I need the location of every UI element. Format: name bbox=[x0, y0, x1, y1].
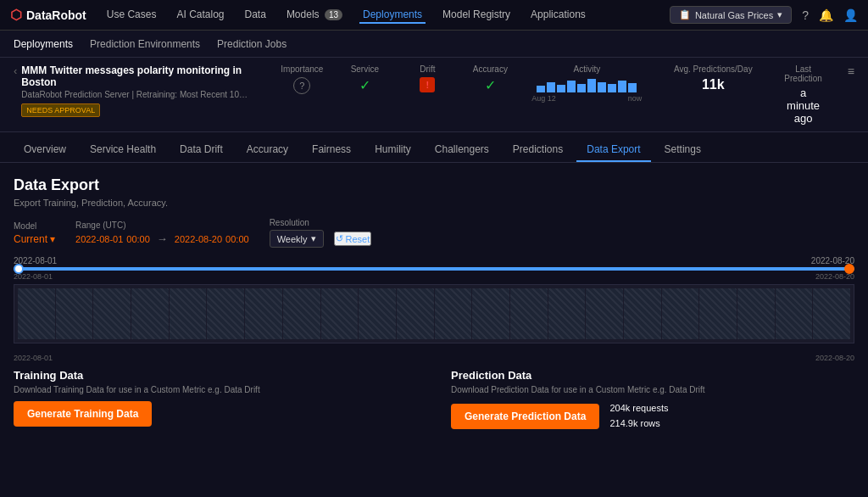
nav-ai-catalog[interactable]: AI Catalog bbox=[173, 7, 227, 24]
sub-nav-deployments[interactable]: Deployments bbox=[14, 38, 73, 50]
range-end-time[interactable]: 00:00 bbox=[225, 234, 249, 244]
accuracy-metric: Accuracy ✓ bbox=[469, 64, 511, 93]
chart-dates: 2022-08-01 2022-08-20 bbox=[14, 354, 854, 362]
training-data-desc: Download Training Data for use in a Cust… bbox=[14, 385, 417, 394]
download-sections: Training Data Download Training Data for… bbox=[14, 369, 854, 431]
chart-bar bbox=[586, 288, 623, 339]
metrics-section: Importance ? Service ✓ Drift ! Accuracy … bbox=[281, 64, 822, 125]
chart-bar bbox=[56, 288, 93, 339]
slider-dates: 2022-08-01 2022-08-20 bbox=[14, 272, 854, 281]
tab-service-health[interactable]: Service Health bbox=[80, 138, 166, 162]
activity-bars bbox=[531, 77, 642, 92]
main-content: Data Export Export Training, Prediction,… bbox=[0, 163, 868, 497]
slider-thumb-right[interactable] bbox=[844, 264, 854, 274]
range-end[interactable]: 2022-08-20 bbox=[175, 234, 222, 244]
tab-accuracy[interactable]: Accuracy bbox=[236, 138, 298, 162]
slider-section: 2022-08-01 2022-08-20 2022-08-01 2022-08… bbox=[14, 256, 854, 281]
chart-bar bbox=[207, 288, 244, 339]
logo-text: DataRobot bbox=[26, 8, 86, 22]
activity-bar bbox=[547, 82, 555, 92]
activity-bar bbox=[567, 81, 576, 92]
bell-icon[interactable]: 🔔 bbox=[819, 8, 833, 22]
importance-metric: Importance ? bbox=[281, 64, 323, 94]
back-arrow[interactable]: ‹ bbox=[14, 64, 17, 77]
nav-deployments[interactable]: Deployments bbox=[359, 7, 426, 24]
accuracy-icon: ✓ bbox=[469, 77, 511, 93]
chart-bar bbox=[359, 288, 396, 339]
range-arrow-icon: → bbox=[157, 232, 168, 245]
avg-predictions-section: Avg. Predictions/Day 11k bbox=[662, 64, 764, 92]
needs-approval-badge[interactable]: NEEDS APPROVAL bbox=[21, 103, 100, 117]
help-icon[interactable]: ? bbox=[802, 8, 809, 22]
chart-bar bbox=[737, 288, 775, 339]
last-prediction-section: Last Prediction a minute ago bbox=[784, 64, 822, 125]
activity-bar bbox=[537, 86, 545, 92]
slider-thumb-left[interactable] bbox=[14, 264, 24, 274]
activity-bar bbox=[598, 82, 606, 92]
tab-settings[interactable]: Settings bbox=[654, 138, 711, 162]
reset-button[interactable]: ↺ Reset bbox=[334, 232, 372, 246]
chart-bar bbox=[813, 288, 850, 339]
sub-navbar: Deployments Prediction Environments Pred… bbox=[0, 31, 868, 58]
training-data-title: Training Data bbox=[14, 369, 417, 382]
deployment-header: ‹ MMM Twitter messages polarity monitori… bbox=[0, 58, 868, 132]
slider-fill bbox=[14, 267, 854, 271]
page-title: Data Export bbox=[14, 176, 854, 194]
chart-bar bbox=[93, 288, 131, 339]
resolution-selector[interactable]: Weekly ▾ bbox=[270, 230, 324, 248]
tab-data-drift[interactable]: Data Drift bbox=[170, 138, 233, 162]
activity-bar bbox=[608, 84, 616, 92]
range-start-time[interactable]: 00:00 bbox=[126, 234, 150, 244]
chart-bar bbox=[18, 288, 55, 339]
logo: ⬡ DataRobot bbox=[10, 7, 86, 23]
controls-row: Model Current ▾ Range (UTC) 2022-08-01 0… bbox=[14, 218, 854, 248]
chart-bar bbox=[624, 288, 661, 339]
prediction-stats: 204k requests 214.9k rows bbox=[609, 401, 668, 431]
model-selector[interactable]: Current ▾ bbox=[14, 233, 55, 245]
range-control: Range (UTC) 2022-08-01 00:00 → 2022-08-2… bbox=[75, 221, 249, 245]
drift-label: Drift bbox=[406, 64, 448, 74]
deployment-title-section: MMM Twitter messages polarity monitoring… bbox=[21, 64, 259, 117]
model-chevron-icon: ▾ bbox=[50, 233, 55, 245]
chart-bar bbox=[131, 288, 169, 339]
tab-predictions[interactable]: Predictions bbox=[503, 138, 573, 162]
activity-bar bbox=[618, 81, 626, 92]
last-prediction-label: Last Prediction bbox=[784, 64, 822, 83]
accuracy-label: Accuracy bbox=[469, 64, 511, 74]
nav-data[interactable]: Data bbox=[242, 7, 270, 24]
activity-bar bbox=[628, 83, 637, 92]
tab-fairness[interactable]: Fairness bbox=[302, 138, 361, 162]
menu-dots-icon[interactable]: ≡ bbox=[848, 64, 854, 78]
range-start[interactable]: 2022-08-01 bbox=[75, 234, 123, 244]
tab-data-export[interactable]: Data Export bbox=[576, 138, 650, 162]
nav-applications[interactable]: Applications bbox=[527, 7, 589, 24]
chart-bar bbox=[397, 288, 434, 339]
nav-use-cases[interactable]: Use Cases bbox=[103, 7, 160, 24]
avg-predictions-value: 11k bbox=[662, 77, 764, 92]
generate-training-button[interactable]: Generate Training Data bbox=[14, 401, 152, 427]
chart-bar bbox=[472, 288, 509, 339]
chart-bar bbox=[435, 288, 472, 339]
slider-track[interactable] bbox=[14, 267, 854, 271]
tab-challengers[interactable]: Challengers bbox=[425, 138, 499, 162]
tab-overview[interactable]: Overview bbox=[14, 138, 76, 162]
logo-icon: ⬡ bbox=[10, 7, 22, 23]
chart-bar bbox=[245, 288, 282, 339]
range-label: Range (UTC) bbox=[75, 221, 249, 230]
generate-prediction-button[interactable]: Generate Prediction Data bbox=[451, 404, 599, 429]
nav-model-registry[interactable]: Model Registry bbox=[439, 7, 514, 24]
sub-nav-prediction-jobs[interactable]: Prediction Jobs bbox=[217, 38, 287, 50]
tab-humility[interactable]: Humility bbox=[364, 138, 421, 162]
resolution-label: Resolution bbox=[270, 218, 372, 227]
sub-nav-prediction-environments[interactable]: Prediction Environments bbox=[90, 38, 200, 50]
importance-icon: ? bbox=[293, 77, 310, 94]
page-subtitle: Export Training, Prediction, Accuracy. bbox=[14, 198, 854, 208]
prediction-rows: 214.9k rows bbox=[609, 416, 668, 432]
user-icon[interactable]: 👤 bbox=[843, 8, 858, 22]
workspace-button[interactable]: 📋 Natural Gas Prices ▾ bbox=[670, 6, 792, 24]
reset-label: Reset bbox=[346, 234, 370, 244]
nav-models[interactable]: Models 13 bbox=[283, 7, 346, 24]
tab-bar: Overview Service Health Data Drift Accur… bbox=[0, 132, 868, 163]
deployment-subtitle: DataRobot Prediction Server | Retraining… bbox=[21, 90, 250, 99]
chart-area bbox=[14, 284, 854, 343]
